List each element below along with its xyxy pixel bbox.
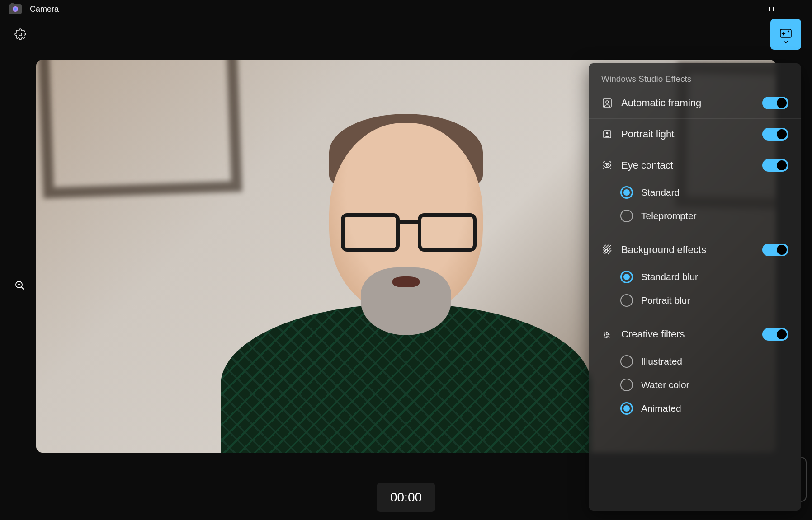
- option-label: Standard: [641, 187, 680, 198]
- section-portrait-light: Portrait light: [589, 119, 801, 150]
- section-auto-framing: Automatic framing: [589, 88, 801, 119]
- radio-icon: [620, 186, 633, 199]
- option-label: Animated: [641, 403, 681, 414]
- maximize-icon: [769, 6, 774, 12]
- auto-framing-label: Automatic framing: [621, 97, 754, 109]
- radio-icon: [620, 271, 633, 283]
- svg-point-14: [606, 164, 608, 166]
- eye-contact-option-standard[interactable]: Standard: [589, 181, 801, 204]
- svg-line-7: [21, 287, 24, 290]
- bg-option-portrait-blur[interactable]: Portrait blur: [589, 289, 801, 312]
- creative-filters-icon: [601, 328, 613, 340]
- zoom-in-icon: [14, 280, 25, 291]
- section-background-effects: Background effects Standard blur Portrai…: [589, 234, 801, 319]
- creative-filters-toggle[interactable]: [762, 328, 788, 341]
- filter-option-water-color[interactable]: Water color: [589, 373, 801, 397]
- person-preview: [266, 96, 546, 453]
- option-label: Standard blur: [641, 272, 698, 282]
- option-label: Illustrated: [641, 356, 682, 367]
- mode-strip[interactable]: [801, 457, 807, 502]
- svg-point-4: [19, 33, 22, 36]
- sparkle-frame-icon: [779, 28, 792, 38]
- svg-rect-1: [770, 7, 774, 11]
- svg-line-15: [603, 245, 606, 248]
- section-eye-contact: Eye contact Standard Teleprompter: [589, 150, 801, 234]
- section-creative-filters: Creative filters Illustrated Water color…: [589, 319, 801, 429]
- gear-icon: [14, 28, 26, 40]
- portrait-light-toggle[interactable]: [762, 128, 788, 141]
- recording-timer: 00:00: [377, 483, 435, 512]
- toolbar: [0, 18, 812, 51]
- filter-option-illustrated[interactable]: Illustrated: [589, 350, 801, 373]
- svg-point-11: [606, 101, 609, 103]
- studio-effects-panel: Windows Studio Effects Automatic framing…: [589, 63, 801, 511]
- settings-button[interactable]: [11, 25, 30, 44]
- eye-contact-option-teleprompter[interactable]: Teleprompter: [589, 204, 801, 228]
- bg-option-standard-blur[interactable]: Standard blur: [589, 265, 801, 289]
- window-controls: [731, 0, 812, 18]
- maximize-button[interactable]: [758, 0, 785, 18]
- background-effects-icon: [601, 244, 613, 256]
- radio-icon: [620, 294, 633, 307]
- panel-title: Windows Studio Effects: [589, 63, 801, 88]
- background-frame-decor: [38, 60, 242, 199]
- studio-effects-button[interactable]: [770, 19, 801, 50]
- minimize-button[interactable]: [731, 0, 758, 18]
- portrait-light-label: Portrait light: [621, 128, 754, 140]
- close-button[interactable]: [785, 0, 812, 18]
- svg-point-21: [606, 333, 609, 335]
- camera-app-icon: [9, 4, 22, 14]
- eye-contact-toggle[interactable]: [762, 159, 788, 172]
- app-title: Camera: [30, 5, 59, 14]
- option-label: Portrait blur: [641, 295, 690, 306]
- svg-point-13: [606, 132, 609, 135]
- auto-framing-toggle[interactable]: [762, 97, 788, 109]
- radio-icon: [620, 379, 633, 391]
- close-icon: [796, 6, 801, 12]
- titlebar: Camera: [0, 0, 812, 18]
- creative-filters-label: Creative filters: [621, 328, 754, 340]
- auto-framing-icon: [601, 97, 613, 109]
- radio-icon: [620, 402, 633, 415]
- background-effects-label: Background effects: [621, 244, 754, 256]
- option-label: Teleprompter: [641, 211, 697, 221]
- svg-rect-10: [603, 99, 611, 107]
- background-effects-toggle[interactable]: [762, 244, 788, 256]
- eye-contact-icon: [601, 159, 613, 171]
- chevron-down-icon: [783, 39, 789, 44]
- minimize-icon: [741, 6, 747, 12]
- radio-icon: [620, 355, 633, 368]
- eye-contact-label: Eye contact: [621, 159, 754, 171]
- filter-option-animated[interactable]: Animated: [589, 397, 801, 420]
- portrait-light-icon: [601, 128, 613, 140]
- option-label: Water color: [641, 379, 689, 390]
- radio-icon: [620, 210, 633, 222]
- zoom-button[interactable]: [10, 276, 30, 295]
